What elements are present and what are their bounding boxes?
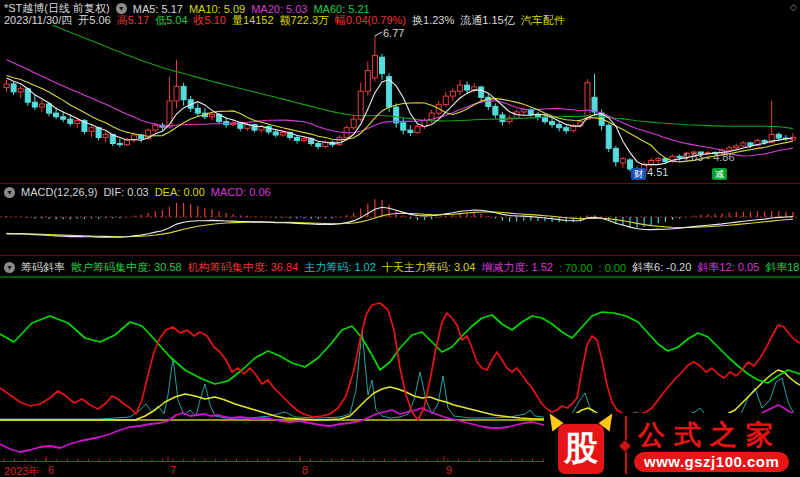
trading-terminal-window: *ST越博(日线 前复权) MA5: 5.17 MA10: 5.09 MA20:…	[0, 0, 800, 477]
collapse-circle-icon[interactable]	[4, 187, 15, 198]
watermark-logo-icon: 股	[558, 424, 604, 474]
axis-month-label: 8	[302, 464, 308, 476]
axis-month-label: 6	[48, 464, 54, 476]
price-range-annotation: 4.83 - 4.86	[682, 151, 735, 163]
field-sanhu: 散户筹码集中度: 30.58	[71, 260, 182, 275]
quote-close: 收5.10	[194, 13, 226, 28]
quote-sector[interactable]: 汽车配件	[521, 13, 565, 28]
quote-open: 开5.06	[78, 13, 110, 28]
corner-diamond-icon[interactable]: ◇	[790, 2, 797, 12]
quote-change: 幅0.04(0.79%)	[335, 13, 406, 28]
quote-high: 高5.17	[117, 13, 149, 28]
field-zhuli: 主力筹码: 1.02	[304, 260, 376, 275]
diamond-icon	[618, 439, 632, 453]
chart-canvas[interactable]	[0, 0, 800, 477]
quote-float-shares: 流通1.15亿	[460, 13, 514, 28]
holdings-reduce-badge[interactable]: 减	[712, 168, 727, 180]
macd-dea-value: DEA: 0.00	[155, 186, 205, 198]
macd-title[interactable]: MACD(12,26,9)	[21, 186, 97, 198]
quote-amount: 额722.3万	[280, 13, 330, 28]
macd-value: MACD: 0.06	[211, 186, 271, 198]
high-price-annotation: 6.77	[383, 27, 404, 39]
collapse-circle-icon[interactable]	[4, 262, 15, 273]
finance-report-badge[interactable]: 财	[631, 168, 646, 180]
macd-header: MACD(12,26,9) DIF: 0.03 DEA: 0.00 MACD: …	[4, 186, 277, 198]
quote-turnover: 换1.23%	[412, 13, 454, 28]
watermark-url: www.gszj100.com	[634, 452, 789, 472]
axis-month-label: 9	[446, 464, 452, 476]
field-level0: : 0.00	[599, 262, 627, 274]
watermark-site-name: 公式之家	[638, 417, 798, 453]
watermark: 股 公式之家 www.gszj100.com	[544, 413, 800, 477]
field-jigou: 机构筹码集中度: 36.84	[188, 260, 299, 275]
quote-bar: 2023/11/30/四 开5.06 高5.17 低5.04 收5.10 量14…	[4, 13, 571, 28]
panel-divider	[0, 183, 800, 184]
quote-low: 低5.04	[155, 13, 187, 28]
field-level70: : 70.00	[559, 262, 593, 274]
field-tianzhuli: 十天主力筹码: 3.04	[382, 260, 476, 275]
quote-date: 2023/11/30/四	[4, 13, 72, 28]
panel-divider	[0, 255, 800, 256]
indicator-header: 筹码斜率 散户筹码集中度: 30.58 机构筹码集中度: 36.84 主力筹码:…	[4, 260, 800, 275]
field-slope12: 斜率12: 0.05	[697, 260, 759, 275]
axis-year-label: 2023年	[4, 464, 39, 477]
field-slope6: 斜率6: -0.20	[632, 260, 691, 275]
macd-dif-value: DIF: 0.03	[103, 186, 148, 198]
indicator-title[interactable]: 筹码斜率	[21, 260, 65, 275]
quote-volume: 量14152	[232, 13, 274, 28]
field-zengjian: 增减力度: 1.52	[481, 260, 553, 275]
field-slope18: 斜率18: 0.09	[765, 260, 800, 275]
axis-month-label: 7	[170, 464, 176, 476]
